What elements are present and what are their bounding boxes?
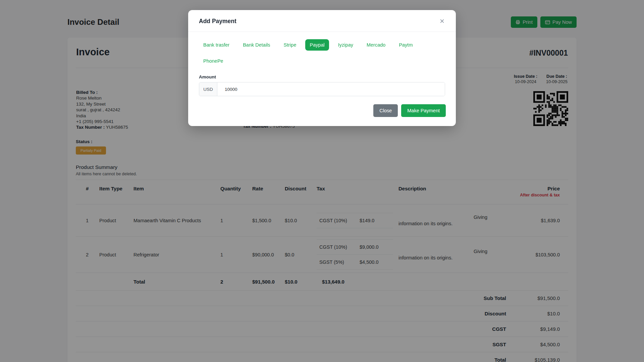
tab-paypal[interactable]: Paypal	[305, 39, 329, 51]
make-payment-button[interactable]: Make Payment	[401, 104, 446, 117]
tab-bank-details[interactable]: Bank Details	[238, 39, 274, 51]
modal-footer: Close Make Payment	[188, 98, 456, 126]
tab-paytm[interactable]: Paytm	[394, 39, 417, 51]
currency-prefix: USD	[199, 82, 217, 96]
tab-iyzipay[interactable]: Iyzipay	[334, 39, 358, 51]
tab-bank-transfer[interactable]: Bank trasfer	[199, 39, 234, 51]
payment-method-tabs: Bank trasfer Bank Details Stripe Paypal …	[199, 39, 445, 67]
close-icon[interactable]: ×	[438, 17, 446, 25]
amount-input-group: USD	[199, 82, 445, 96]
tab-mercado[interactable]: Mercado	[362, 39, 390, 51]
close-button[interactable]: Close	[373, 104, 398, 117]
tab-stripe[interactable]: Stripe	[279, 39, 301, 51]
modal-title: Add Payment	[199, 18, 236, 25]
tab-phonepe[interactable]: PhonePe	[199, 55, 228, 67]
amount-label: Amount	[199, 74, 445, 79]
modal-body: Bank trasfer Bank Details Stripe Paypal …	[188, 32, 456, 98]
modal-header: Add Payment ×	[188, 10, 456, 32]
amount-input[interactable]	[217, 82, 445, 96]
add-payment-modal: Add Payment × Bank trasfer Bank Details …	[188, 10, 456, 126]
